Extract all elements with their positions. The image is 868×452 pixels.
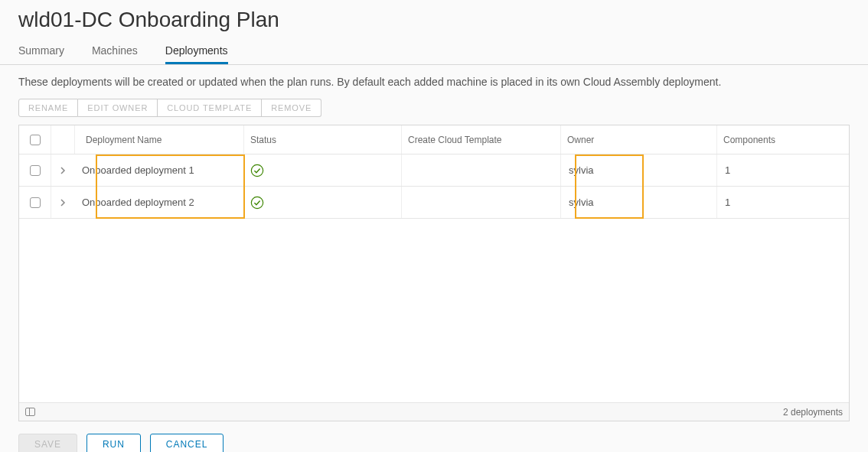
tabs: Summary Machines Deployments bbox=[0, 38, 868, 65]
row-status-cell bbox=[244, 154, 402, 186]
svg-point-0 bbox=[251, 164, 263, 176]
toolbar: RENAME EDIT OWNER CLOUD TEMPLATE REMOVE bbox=[0, 99, 868, 125]
row-name-cell: Onboarded deployment 1 bbox=[74, 154, 244, 186]
row-expand-cell[interactable] bbox=[51, 154, 74, 186]
row-owner-cell: sylvia bbox=[561, 187, 717, 218]
header-status[interactable]: Status bbox=[244, 125, 402, 154]
row-checkbox-cell bbox=[19, 187, 51, 218]
page-title: wld01-DC Onboarding Plan bbox=[0, 0, 868, 38]
action-buttons: SAVE RUN CANCEL bbox=[0, 421, 868, 452]
edit-owner-button[interactable]: EDIT OWNER bbox=[78, 99, 158, 117]
table-row[interactable]: Onboarded deployment 2 sylvia 1 bbox=[19, 187, 849, 219]
page-root: wld01-DC Onboarding Plan Summary Machine… bbox=[0, 0, 868, 452]
deployment-name: Onboarded deployment 1 bbox=[82, 164, 194, 176]
header-template[interactable]: Create Cloud Template bbox=[402, 125, 561, 154]
table-body: Onboarded deployment 1 sylvia 1 bbox=[19, 154, 849, 402]
row-name-cell: Onboarded deployment 2 bbox=[74, 187, 244, 218]
status-ok-icon bbox=[250, 164, 264, 177]
row-components-cell: 1 bbox=[717, 187, 849, 218]
header-name[interactable]: Deployment Name bbox=[74, 125, 244, 154]
row-checkbox[interactable] bbox=[30, 165, 41, 176]
save-button[interactable]: SAVE bbox=[18, 434, 77, 452]
table-header-row: Deployment Name Status Create Cloud Temp… bbox=[19, 125, 849, 154]
tab-machines[interactable]: Machines bbox=[92, 38, 138, 64]
run-button[interactable]: RUN bbox=[86, 434, 141, 452]
select-all-checkbox[interactable] bbox=[30, 135, 41, 145]
row-owner-cell: sylvia bbox=[561, 154, 717, 186]
deployments-table: Deployment Name Status Create Cloud Temp… bbox=[18, 125, 850, 421]
row-checkbox[interactable] bbox=[30, 197, 41, 208]
chevron-right-icon bbox=[59, 164, 67, 177]
cloud-template-button[interactable]: CLOUD TEMPLATE bbox=[158, 99, 262, 117]
owner-name: sylvia bbox=[569, 197, 594, 208]
rename-button[interactable]: RENAME bbox=[18, 99, 78, 117]
header-checkbox-cell bbox=[19, 125, 51, 154]
deployment-name: Onboarded deployment 2 bbox=[82, 197, 194, 208]
chevron-right-icon bbox=[59, 197, 67, 209]
tab-summary[interactable]: Summary bbox=[18, 38, 64, 64]
row-template-cell bbox=[402, 154, 561, 186]
tab-deployments[interactable]: Deployments bbox=[165, 38, 228, 64]
row-status-cell bbox=[244, 187, 402, 218]
tab-description: These deployments will be created or upd… bbox=[0, 65, 868, 99]
owner-name: sylvia bbox=[569, 164, 594, 176]
table-row[interactable]: Onboarded deployment 1 sylvia 1 bbox=[19, 154, 849, 187]
header-expand-cell bbox=[51, 125, 74, 154]
svg-point-1 bbox=[251, 197, 263, 208]
deployment-count: 2 deployments bbox=[783, 407, 843, 418]
header-components[interactable]: Components bbox=[717, 125, 849, 154]
status-ok-icon bbox=[250, 196, 264, 210]
cancel-button[interactable]: CANCEL bbox=[150, 434, 224, 452]
row-checkbox-cell bbox=[19, 154, 51, 186]
row-expand-cell[interactable] bbox=[51, 187, 74, 218]
header-owner[interactable]: Owner bbox=[561, 125, 717, 154]
column-toggle-icon[interactable] bbox=[25, 408, 35, 416]
row-components-cell: 1 bbox=[717, 154, 849, 186]
remove-button[interactable]: REMOVE bbox=[262, 99, 321, 117]
row-template-cell bbox=[402, 187, 561, 218]
table-footer: 2 deployments bbox=[19, 402, 849, 421]
